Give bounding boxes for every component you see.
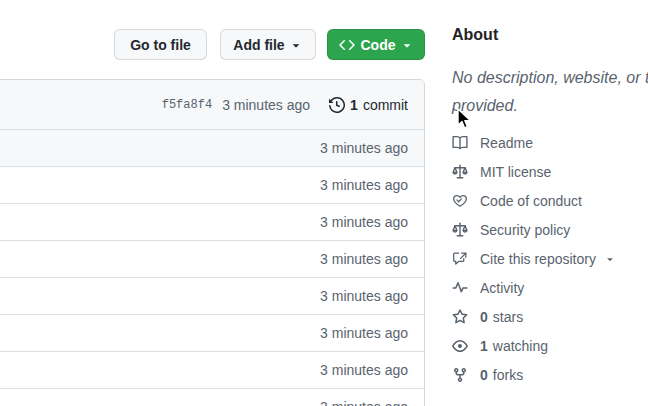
table-row[interactable]: 3 minutes ago [0, 315, 424, 352]
go-to-file-button[interactable]: Go to file [114, 29, 207, 60]
about-description-line1: No description, website, or topics [452, 64, 648, 92]
cross-reference-icon [452, 251, 468, 267]
sidebar-item-label: Readme [480, 135, 533, 151]
row-age-link[interactable]: 3 minutes ago [320, 214, 408, 230]
code-button[interactable]: Code [327, 29, 425, 60]
commit-count-link[interactable]: 1 commit [329, 97, 408, 113]
history-icon [329, 97, 345, 113]
sidebar-item-security-policy[interactable]: Security policy [452, 215, 616, 244]
table-row[interactable]: 3 minutes ago [0, 204, 424, 241]
sidebar-item-label: stars [493, 309, 523, 325]
book-icon [452, 135, 468, 151]
sidebar-item-label: MIT license [480, 164, 551, 180]
commit-time: 3 minutes ago [222, 97, 310, 113]
sidebar-item-label: Code of conduct [480, 193, 582, 209]
row-age-link[interactable]: 3 minutes ago [320, 177, 408, 193]
forks-count: 0 [480, 367, 488, 383]
file-list-table: f5fa8f4 3 minutes ago 1 commit 3 minutes… [0, 79, 425, 406]
sidebar-item-label: watching [493, 338, 548, 354]
table-row[interactable]: 3 minutes ago [0, 241, 424, 278]
table-row[interactable]: 3 minutes ago [0, 167, 424, 204]
sidebar-item-stars[interactable]: 0 stars [452, 302, 616, 331]
add-file-button[interactable]: Add file [220, 29, 316, 60]
row-age-link[interactable]: 3 minutes ago [320, 251, 408, 267]
table-row[interactable]: 3 minutes ago [0, 352, 424, 389]
star-icon [452, 309, 468, 325]
table-row[interactable]: 3 minutes ago [0, 278, 424, 315]
sidebar-item-license[interactable]: MIT license [452, 157, 616, 186]
sidebar-item-label: forks [493, 367, 523, 383]
pulse-icon [452, 280, 468, 296]
code-icon [339, 37, 355, 53]
about-heading: About [452, 26, 498, 44]
add-file-label: Add file [233, 37, 284, 53]
about-item-list: Readme MIT license Code of conduct Secur… [452, 128, 616, 389]
row-age-link[interactable]: 3 minutes ago [320, 325, 408, 341]
sidebar-item-readme[interactable]: Readme [452, 128, 616, 157]
sidebar-item-label: Activity [480, 280, 524, 296]
sidebar-item-label: Security policy [480, 222, 570, 238]
sidebar-item-label: Cite this repository [480, 251, 596, 267]
about-description-line2: provided. [452, 92, 648, 120]
fork-icon [452, 367, 468, 383]
commit-count: 1 [350, 97, 358, 113]
watching-count: 1 [480, 338, 488, 354]
law-icon [452, 164, 468, 180]
row-age-link[interactable]: 3 minutes ago [320, 140, 408, 156]
sidebar-item-cite-repository[interactable]: Cite this repository [452, 244, 616, 273]
code-of-conduct-icon [452, 193, 468, 209]
triangle-down-icon [604, 253, 616, 265]
row-age-link[interactable]: 3 minutes ago [320, 288, 408, 304]
table-row[interactable]: 3 minutes ago [0, 389, 424, 406]
commit-hash-link[interactable]: f5fa8f4 [162, 98, 212, 112]
table-row[interactable]: 3 minutes ago [0, 130, 424, 167]
triangle-down-icon [400, 38, 414, 52]
law-icon [452, 222, 468, 238]
latest-commit-bar: f5fa8f4 3 minutes ago 1 commit [0, 80, 424, 130]
about-description: No description, website, or topics provi… [452, 64, 648, 120]
row-age-link[interactable]: 3 minutes ago [320, 399, 408, 406]
sidebar-item-forks[interactable]: 0 forks [452, 360, 616, 389]
sidebar-item-code-of-conduct[interactable]: Code of conduct [452, 186, 616, 215]
eye-icon [452, 338, 468, 354]
triangle-down-icon [289, 38, 303, 52]
code-label: Code [361, 37, 396, 53]
github-repo-page: { "toolbar": { "go_to_file_label": "Go t… [0, 0, 648, 406]
sidebar-item-activity[interactable]: Activity [452, 273, 616, 302]
row-age-link[interactable]: 3 minutes ago [320, 362, 408, 378]
stars-count: 0 [480, 309, 488, 325]
commit-count-label: commit [363, 97, 408, 113]
go-to-file-label: Go to file [130, 37, 191, 53]
sidebar-item-watching[interactable]: 1 watching [452, 331, 616, 360]
